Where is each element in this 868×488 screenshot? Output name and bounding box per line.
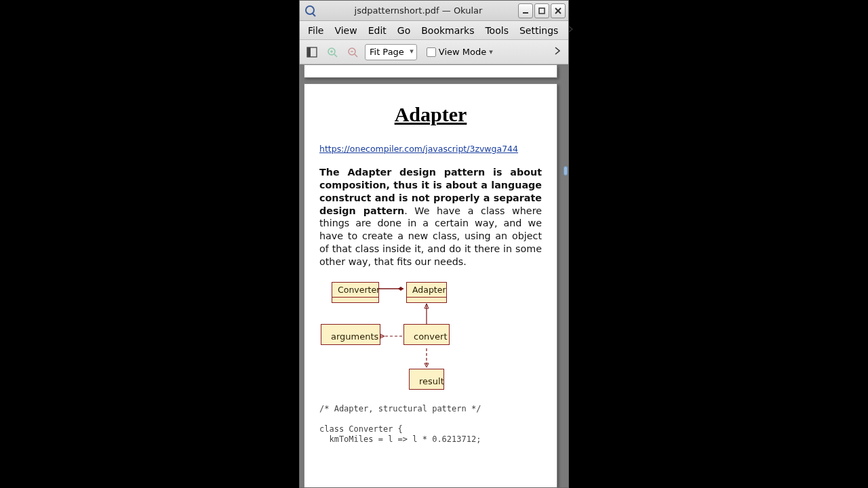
menu-bookmarks[interactable]: Bookmarks bbox=[416, 23, 479, 38]
svg-marker-20 bbox=[380, 334, 384, 338]
code-line: class Converter { bbox=[319, 424, 403, 434]
diagram-box-arguments: arguments bbox=[321, 324, 380, 345]
code-block: /* Adapter, structural pattern */ class … bbox=[319, 404, 542, 445]
window-title: jsdpatternshort.pdf — Okular bbox=[320, 5, 517, 16]
document-viewport[interactable]: Adapter https://onecompiler.com/javascri… bbox=[300, 64, 568, 487]
svg-line-9 bbox=[334, 54, 337, 57]
diagram-box-result: result bbox=[409, 369, 444, 390]
previous-page-sliver bbox=[304, 64, 557, 78]
diagram-label: Adapter bbox=[407, 283, 446, 297]
diagram-box-adapter: Adapter bbox=[406, 282, 447, 303]
svg-line-13 bbox=[355, 54, 357, 57]
code-line: kmToMiles = l => l * 0.6213712; bbox=[319, 434, 481, 444]
menu-file[interactable]: File bbox=[302, 23, 329, 38]
menu-edit[interactable]: Edit bbox=[363, 23, 392, 38]
menu-tools[interactable]: Tools bbox=[479, 23, 514, 38]
page-title: Adapter bbox=[319, 103, 542, 126]
pdf-page: Adapter https://onecompiler.com/javascri… bbox=[304, 83, 557, 487]
reference-link[interactable]: https://onecompiler.com/javascript/3zvwg… bbox=[319, 144, 542, 154]
close-button[interactable] bbox=[551, 3, 566, 18]
sidebar-toggle-button[interactable] bbox=[304, 44, 320, 60]
diagram-label: convert bbox=[414, 331, 447, 342]
menu-view[interactable]: View bbox=[329, 23, 362, 38]
svg-rect-3 bbox=[539, 8, 545, 14]
toolbar: Fit Page View Mode ▾ bbox=[300, 40, 568, 64]
svg-rect-7 bbox=[307, 47, 311, 57]
chevron-down-icon: ▾ bbox=[489, 47, 493, 56]
zoom-level-select[interactable]: Fit Page bbox=[365, 44, 417, 60]
toolbar-overflow-icon[interactable] bbox=[551, 43, 564, 62]
zoom-out-button[interactable] bbox=[344, 44, 361, 60]
menu-settings[interactable]: Settings bbox=[514, 23, 564, 38]
svg-marker-22 bbox=[425, 363, 429, 367]
viewmode-label: View Mode bbox=[439, 47, 486, 57]
svg-marker-16 bbox=[398, 287, 403, 291]
titlebar: jsdpatternshort.pdf — Okular bbox=[300, 1, 568, 21]
diagram-label: Converter bbox=[332, 283, 378, 297]
zoom-in-button[interactable] bbox=[324, 44, 340, 60]
svg-point-0 bbox=[306, 6, 314, 14]
app-icon bbox=[302, 3, 317, 18]
viewmode-button[interactable]: View Mode ▾ bbox=[427, 44, 493, 60]
zoom-value: Fit Page bbox=[370, 47, 404, 57]
maximize-button[interactable] bbox=[534, 3, 549, 18]
code-line: /* Adapter, structural pattern */ bbox=[319, 404, 481, 413]
uml-diagram: Converter Adapter arguments convert resu… bbox=[319, 278, 542, 399]
diagram-box-convert: convert bbox=[403, 324, 450, 345]
diagram-label: result bbox=[419, 376, 444, 386]
scrollbar-thumb[interactable] bbox=[564, 166, 568, 176]
app-window: jsdpatternshort.pdf — Okular File View E… bbox=[299, 0, 569, 488]
svg-marker-18 bbox=[425, 304, 429, 308]
viewmode-checkbox-icon bbox=[427, 47, 436, 57]
paragraph: The Adapter design pattern is about comp… bbox=[319, 166, 542, 268]
diagram-label: arguments bbox=[331, 331, 378, 342]
diagram-box-converter: Converter bbox=[332, 282, 379, 303]
minimize-button[interactable] bbox=[518, 3, 533, 18]
menu-overflow-icon[interactable] bbox=[564, 22, 578, 39]
menu-go[interactable]: Go bbox=[392, 23, 416, 38]
svg-line-1 bbox=[313, 14, 315, 16]
menubar: File View Edit Go Bookmarks Tools Settin… bbox=[300, 21, 568, 40]
scrollbar[interactable] bbox=[560, 64, 568, 487]
